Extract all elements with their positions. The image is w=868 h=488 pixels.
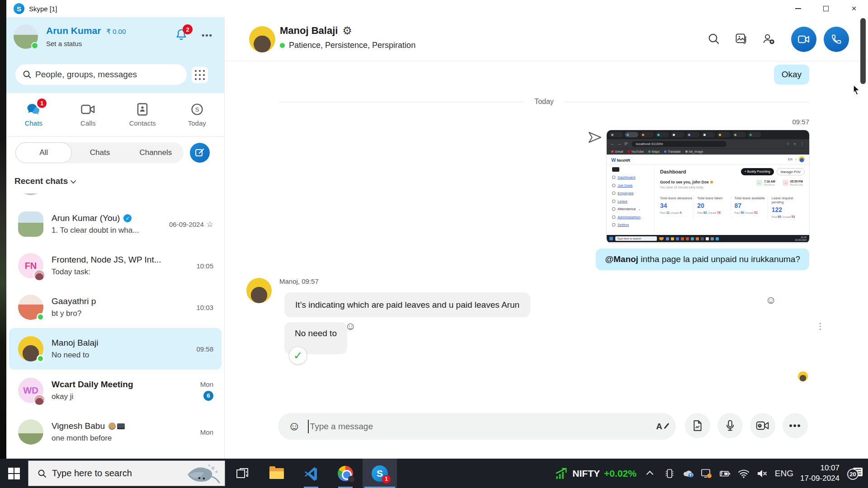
message-input[interactable]: ☺ Type a message A <box>278 413 676 440</box>
conversation-header: Manoj Balaji ⚙ Patience, Persistence, Pe… <box>225 17 868 61</box>
scrollbar-thumb[interactable] <box>860 18 866 84</box>
search-input[interactable]: People, groups, messages <box>15 64 187 85</box>
more-options-button[interactable]: ••• <box>202 31 213 40</box>
file-explorer-button[interactable] <box>259 459 294 488</box>
chat-name: Frontend, Node JS, WP Int... <box>52 255 161 265</box>
phone-icon <box>831 34 842 45</box>
skype-credit-balance[interactable]: ₹ 0.00 <box>106 28 126 36</box>
chat-avatar <box>18 336 43 361</box>
windows-taskbar: Type here to search S1 NIFTY +0.02% <box>0 459 868 488</box>
set-status-link[interactable]: Set a status <box>46 40 82 47</box>
profile-name[interactable]: Arun Kumar <box>46 25 101 36</box>
chat-filter-pill[interactable]: All <box>15 142 72 163</box>
react-smiley-icon[interactable]: ☺ <box>345 320 356 333</box>
clock[interactable]: 10:07 17-09-2024 <box>800 463 840 484</box>
chat-list-item[interactable]: Manoj Balaji ✓ No need to 09:58 ☆ <box>9 328 222 370</box>
window-titlebar: S Skype [1] × <box>6 0 868 17</box>
display-settings-icon[interactable] <box>701 468 712 479</box>
onedrive-icon[interactable] <box>682 468 694 479</box>
minimize-button[interactable] <box>784 0 812 17</box>
react-smiley-icon[interactable]: ☺ <box>765 294 777 306</box>
star-icon[interactable]: ☆ <box>207 220 213 229</box>
chat-filter-pill[interactable]: Chats <box>72 142 127 163</box>
unread-count-badge: 6 <box>203 391 213 401</box>
contact-avatar[interactable] <box>249 26 275 52</box>
show-hidden-icons-button[interactable] <box>645 468 657 479</box>
video-message-button[interactable] <box>750 413 775 438</box>
conversation-pane: Manoj Balaji ⚙ Patience, Persistence, Pe… <box>225 17 868 459</box>
voice-message-button[interactable] <box>717 413 743 438</box>
outgoing-message[interactable]: @Manoj intha page la paid unpaid nu iruk… <box>596 249 809 270</box>
chat-list-item[interactable]: Arun Kumar (You) ✓ 1. To clear doubt in … <box>9 203 222 245</box>
battery-icon[interactable] <box>719 468 731 479</box>
incoming-message[interactable]: It’s indicating which are paid leaves an… <box>284 292 530 317</box>
volume-muted-icon[interactable] <box>756 468 768 479</box>
windows-logo-icon <box>8 468 20 479</box>
tab-calls[interactable]: Calls <box>61 93 116 136</box>
new-chat-button[interactable] <box>190 143 210 163</box>
monkey-emoji-icon <box>108 422 116 430</box>
add-people-button[interactable] <box>762 33 775 46</box>
incoming-message[interactable]: No need to ✓ <box>284 322 347 354</box>
input-placeholder: Type a message <box>310 422 656 432</box>
tab-contacts[interactable]: Contacts <box>115 93 170 136</box>
taskbar-search-box[interactable]: Type here to search <box>28 460 225 486</box>
contact-name[interactable]: Manoj Balaji <box>280 25 338 37</box>
nifty-ticker-widget[interactable]: NIFTY +0.02% <box>555 467 636 480</box>
tab-chats[interactable]: 1 Chats <box>6 93 61 136</box>
emoji-picker-icon[interactable]: ☺ <box>288 419 301 433</box>
message-options-icon[interactable]: ⋮ <box>816 321 825 331</box>
action-center-button[interactable]: 20 <box>848 467 863 480</box>
chat-list-item-clipped[interactable] <box>9 193 222 203</box>
profile-avatar[interactable] <box>14 24 38 49</box>
chat-list-item[interactable]: WD Wcart Daily Meeting ✓ okay ji Mon ☆ 6 <box>9 370 222 411</box>
gallery-icon <box>735 33 747 45</box>
message-compose-area: ☺ Type a message A ••• <box>225 412 868 459</box>
wifi-icon[interactable] <box>738 468 750 479</box>
task-view-button[interactable] <box>225 459 259 488</box>
vscode-button[interactable] <box>294 459 328 488</box>
recent-chats-header[interactable]: Recent chats <box>14 176 76 186</box>
more-actions-button[interactable]: ••• <box>783 413 808 438</box>
maximize-button[interactable] <box>812 0 840 17</box>
dialpad-button[interactable] <box>192 67 208 83</box>
start-button[interactable] <box>0 459 28 488</box>
gear-icon[interactable]: ⚙ <box>342 24 352 37</box>
chat-name: Gaayathri p <box>52 296 96 306</box>
video-camera-icon <box>798 35 810 44</box>
chat-list-item[interactable]: Vignesh Babu ✓ one month before Mon ☆ <box>9 411 222 453</box>
your-phone-icon[interactable] <box>664 468 675 479</box>
language-indicator[interactable]: ENG <box>775 469 793 479</box>
reaction-badge[interactable]: ✓ <box>289 347 307 364</box>
video-call-button[interactable] <box>791 27 816 52</box>
chat-list-item[interactable]: FN Frontend, Node JS, WP Int... ✓ Today … <box>9 245 222 286</box>
chat-time: Mon <box>200 380 213 388</box>
tab-today[interactable]: S Today <box>170 93 225 136</box>
audio-call-button[interactable] <box>824 27 849 52</box>
attach-file-button[interactable] <box>685 413 710 438</box>
sender-avatar[interactable] <box>246 278 272 303</box>
sender-and-time-label: Manoj, 09:57 <box>279 277 319 285</box>
chat-filter-pill[interactable]: Channels <box>128 142 184 163</box>
outgoing-message[interactable]: Okay <box>774 65 809 84</box>
chat-list-item[interactable]: Gaayathri p ✓ bt y bro? 10:03 ☆ <box>9 286 222 328</box>
skype-taskbar-button[interactable]: S1 <box>363 459 397 488</box>
chrome-button[interactable] <box>328 459 363 488</box>
notifications-button[interactable]: 2 <box>175 28 189 42</box>
date: 17-09-2024 <box>800 474 840 483</box>
text-format-icon[interactable]: A <box>656 422 666 432</box>
search-highlight-stingray-image[interactable] <box>183 462 222 486</box>
screenshot-taskbar: Type here to search 21:2416-09-2024 <box>607 235 809 242</box>
notification-count: 20 <box>847 469 859 480</box>
image-message[interactable]: ← → ⟳ localhost:3115/hr ☆ ◐ ⋮ GmailYouTu… <box>607 130 809 243</box>
chat-name: Arun Kumar (You) <box>52 213 120 223</box>
time: 10:07 <box>820 464 840 472</box>
gallery-button[interactable] <box>735 33 748 46</box>
close-button[interactable]: × <box>840 0 868 17</box>
date-divider: Today <box>279 98 809 106</box>
hr-app-navbar: WNexHR EN◔ <box>607 155 809 164</box>
skype-unread-badge: 1 <box>382 475 391 483</box>
search-conversation-button[interactable] <box>708 33 721 46</box>
video-message-icon <box>756 421 769 431</box>
forward-icon[interactable] <box>587 131 603 144</box>
